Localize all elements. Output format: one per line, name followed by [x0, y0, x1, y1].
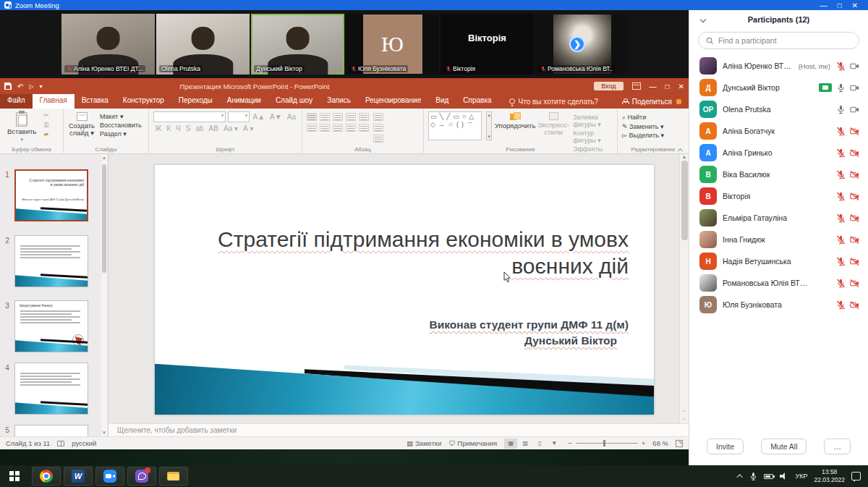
shape-glyph[interactable]: ○	[462, 113, 466, 120]
invite-button[interactable]: Invite	[707, 439, 744, 454]
font-style-button[interactable]: А ▾	[242, 124, 255, 132]
copy-icon[interactable]: ▯▯	[43, 121, 49, 128]
share-button[interactable]: Поделиться	[632, 98, 672, 106]
clock[interactable]: 13:58 22.03.2022	[814, 468, 845, 483]
spellcheck-icon[interactable]	[57, 441, 64, 446]
font-style-button[interactable]: Ч	[174, 124, 182, 132]
shapes-gallery-scrollbar[interactable]: ▲▼	[486, 111, 492, 140]
tray-mic-icon[interactable]	[749, 472, 757, 481]
mute-all-button[interactable]: Mute All	[761, 439, 807, 454]
video-tile[interactable]: Аліна Юренко ВТЕІ ДТ...	[61, 14, 155, 75]
slide-thumbnail-preview[interactable]	[14, 363, 88, 415]
justify-icon[interactable]	[346, 124, 356, 132]
ribbon-tab[interactable]: Файл	[0, 94, 33, 109]
fit-slide-to-window-icon[interactable]	[676, 440, 683, 447]
taskbar-app-button[interactable]	[64, 467, 93, 486]
participant-row[interactable]: Н Надія Ветушинська	[689, 250, 868, 272]
slide-thumbnail[interactable]: 4	[0, 363, 101, 415]
language-switcher[interactable]: УКР	[795, 473, 807, 480]
shape-glyph[interactable]: ◇	[430, 121, 435, 130]
ppt-maximize-button[interactable]: □	[665, 82, 670, 90]
taskbar-app-button[interactable]	[127, 467, 156, 486]
customize-qat-icon[interactable]: ▾	[40, 83, 43, 90]
reset-button[interactable]: Восстановить	[100, 122, 142, 129]
slide-thumbnail-preview[interactable]	[14, 425, 88, 436]
slide-thumbnail[interactable]: 2	[0, 235, 101, 287]
font-size-input[interactable]	[228, 111, 250, 122]
zoom-in-button[interactable]: +	[642, 439, 646, 447]
normal-view-icon[interactable]: ▦	[504, 439, 517, 449]
taskbar-app-button[interactable]	[32, 467, 61, 486]
video-tile[interactable]: Ю Юля Бузніковата	[346, 14, 439, 75]
video-tile[interactable]: Дунський Віктор	[251, 14, 344, 75]
ribbon-tab[interactable]: Анимации	[220, 94, 268, 109]
participant-row[interactable]: В Вікторія	[689, 185, 868, 207]
ribbon-tab[interactable]: Вид	[428, 94, 456, 109]
font-style-button[interactable]: АВ	[208, 124, 220, 132]
shape-glyph[interactable]: △	[469, 113, 474, 120]
quick-styles-button[interactable]: Экспресс-стили	[538, 111, 569, 137]
tell-me-box[interactable]: Что вы хотите сделать?	[509, 94, 599, 109]
columns-icon[interactable]	[359, 124, 369, 132]
align-right-icon[interactable]	[333, 124, 343, 132]
text-direction-icon[interactable]	[373, 113, 383, 121]
editor-scrollbar[interactable]: ▲ ⌃ ⌄	[679, 154, 689, 423]
speaker-icon[interactable]	[780, 473, 788, 480]
ribbon-tab[interactable]: Слайд шоу	[268, 94, 320, 109]
more-options-button[interactable]: …	[824, 439, 851, 454]
participant-row[interactable]: Ельміра Гатауліна	[689, 207, 868, 229]
maximize-button[interactable]: □	[838, 1, 842, 9]
decrease-indent-icon[interactable]	[333, 113, 343, 121]
arrange-button[interactable]: Упорядочить	[496, 111, 534, 130]
section-button[interactable]: Раздел ▾	[100, 130, 142, 137]
minimize-button[interactable]: —	[820, 1, 827, 9]
shape-glyph[interactable]: )	[461, 121, 464, 130]
ppt-minimize-button[interactable]: —	[650, 82, 657, 90]
save-icon[interactable]	[4, 82, 12, 90]
slide-thumbnail-preview[interactable]: Стратегії підтримання економіки в умовх …	[14, 169, 88, 221]
ribbon-tab[interactable]: Рецензирование	[358, 94, 428, 109]
ribbon-tab[interactable]: Переходы	[171, 94, 220, 109]
ribbon-display-options-icon[interactable]	[632, 82, 641, 90]
replace-button[interactable]: ✎ Заменить ▾	[622, 123, 664, 130]
thumbnail-scrollbar[interactable]: ▲ ▼	[101, 154, 107, 436]
font-name-input[interactable]	[153, 111, 226, 122]
previous-slide-button[interactable]: ⌃	[682, 410, 686, 415]
chevron-down-icon[interactable]	[700, 17, 706, 22]
video-tile[interactable]: Вікторія Вікторія	[441, 14, 534, 75]
slide-canvas[interactable]: Стратегії підтримання економіки в умовх …	[155, 165, 654, 415]
font-style-button[interactable]: К	[165, 124, 172, 132]
shape-fill-button[interactable]: Заливка фигуры ▾	[573, 114, 613, 128]
zoom-slider-handle[interactable]	[603, 440, 605, 446]
signin-button[interactable]: Вход	[594, 82, 623, 90]
new-slide-button[interactable]: Создать слайд ▾	[68, 111, 95, 138]
slide-sorter-view-icon[interactable]: ▥	[519, 439, 532, 449]
zoom-slider[interactable]	[576, 443, 638, 444]
select-button[interactable]: ▻ Выделить ▾	[622, 132, 664, 139]
start-slideshow-icon[interactable]: ▷	[29, 83, 33, 90]
bullets-icon[interactable]	[307, 113, 317, 121]
ribbon-tab[interactable]: Справка	[456, 94, 498, 109]
slide-title[interactable]: Стратегії підтримання економіки в умовх …	[195, 226, 629, 279]
reading-view-icon[interactable]: ▯	[533, 439, 546, 449]
undo-icon[interactable]: ↶	[17, 82, 23, 90]
find-button[interactable]: ⌕ Найти	[622, 114, 664, 122]
taskbar-app-button[interactable]	[95, 467, 124, 486]
taskbar-app-button[interactable]	[159, 467, 188, 486]
slide-thumbnail[interactable]: 5	[0, 425, 101, 436]
participant-row[interactable]: А Аліна Богатчук	[689, 120, 868, 142]
font-style-button[interactable]: Ж	[153, 124, 163, 132]
grow-font-icon[interactable]: А▲	[252, 113, 267, 121]
collapse-ribbon-icon[interactable]	[678, 146, 686, 152]
paste-button[interactable]: Вставить ▾	[4, 111, 39, 143]
font-style-button[interactable]: ab	[194, 124, 205, 132]
shrink-font-icon[interactable]: А▼	[268, 113, 284, 121]
align-left-icon[interactable]	[307, 124, 317, 132]
layout-button[interactable]: Макет ▾	[100, 113, 142, 120]
shape-glyph[interactable]: ╱	[446, 113, 450, 120]
slide-thumbnail-preview[interactable]: Кредитування бізнесу	[14, 300, 88, 352]
align-center-icon[interactable]	[320, 124, 330, 132]
format-painter-icon[interactable]: ▰	[43, 130, 49, 137]
comments-toggle-button[interactable]: 🗩 Примечания	[448, 439, 497, 447]
zoom-out-button[interactable]: −	[568, 439, 572, 447]
